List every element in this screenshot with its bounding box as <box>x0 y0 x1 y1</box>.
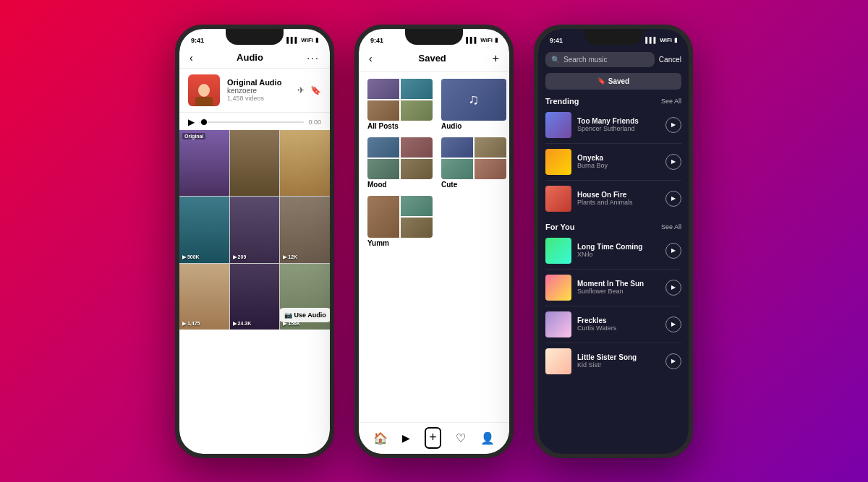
status-right-1: ▌▌▌ WiFi ▮ <box>286 37 318 43</box>
nav-home[interactable]: 🏠 <box>373 431 388 445</box>
yumm-collection[interactable]: Yumm <box>367 196 501 250</box>
cute-collection[interactable]: Cute <box>441 137 506 191</box>
play-btn-5[interactable]: ▶ <box>665 317 681 332</box>
video-cell-8[interactable]: ▶ 156K 📷 Use Audio <box>280 264 330 330</box>
music-icon: ♫ <box>469 91 480 108</box>
video-cell-1[interactable] <box>230 130 280 197</box>
music-artist-0: Spencer Sutherland <box>577 125 660 132</box>
all-posts-collection[interactable]: All Posts <box>367 79 433 133</box>
status-right-2: ▌▌▌ WiFi ▮ <box>466 37 498 43</box>
divider-5 <box>545 343 681 343</box>
divider-0 <box>545 143 681 144</box>
phone-music: 9:41 ▌▌▌ WiFi ▮ 🔍 Search music Cancel 🔖 … <box>534 25 693 458</box>
music-item-5[interactable]: Freckles Curtis Waters ▶ <box>538 308 689 341</box>
menu-btn-1[interactable]: ··· <box>307 52 320 64</box>
video-label-3: ▶ 508K <box>182 254 200 260</box>
nav-likes[interactable]: ♡ <box>456 431 466 445</box>
cute-item-2 <box>441 159 473 179</box>
search-icon: 🔍 <box>551 56 560 64</box>
audio-text: Original Audio kenzoere 1,458 videos <box>227 78 290 102</box>
collection-row-2: Yumm <box>367 196 501 250</box>
trending-see-all[interactable]: See All <box>661 98 681 105</box>
video-grid: Original ▶ 508K ▶ 209 ▶ 12K ▶ 1,475 ▶ 24… <box>179 130 330 330</box>
music-item-3[interactable]: Long Time Coming XNilo ▶ <box>538 234 689 267</box>
stack-item-2 <box>367 100 399 121</box>
share-icon[interactable]: ✈ <box>297 85 305 95</box>
play-btn-0[interactable]: ▶ <box>665 117 681 133</box>
search-placeholder: Search music <box>563 56 608 64</box>
use-audio-label: Use Audio <box>294 311 326 319</box>
save-icon[interactable]: 🔖 <box>310 85 321 95</box>
music-artist-3: XNilo <box>577 251 660 258</box>
video-cell-2[interactable] <box>280 130 330 197</box>
audio-info: Original Audio kenzoere 1,458 videos ✈ 🔖 <box>179 69 330 113</box>
music-item-0[interactable]: Too Many Friends Spencer Sutherland ▶ <box>538 108 689 142</box>
music-art-0 <box>545 112 571 138</box>
foryou-see-all[interactable]: See All <box>661 223 681 231</box>
music-text-6: Little Sister Song Kid Sistr <box>577 353 660 369</box>
cute-stack <box>441 137 506 179</box>
music-artist-6: Kid Sistr <box>577 361 660 369</box>
audio-name: Original Audio <box>227 78 290 87</box>
play-btn-2[interactable]: ▶ <box>665 191 681 207</box>
music-text-2: House On Fire Plants and Animals <box>577 191 660 206</box>
music-song-6: Little Sister Song <box>577 353 660 361</box>
collection-row-0: All Posts ♫ Audio <box>367 79 501 133</box>
video-cell-6[interactable]: ▶ 1,475 <box>179 264 229 330</box>
use-audio-button[interactable]: 📷 Use Audio <box>280 308 330 322</box>
cancel-button[interactable]: Cancel <box>659 56 681 64</box>
video-cell-5[interactable]: ▶ 12K <box>280 197 330 263</box>
progress-track[interactable] <box>199 121 304 123</box>
music-item-4[interactable]: Moment In The Sun Sunflower Bean ▶ <box>538 271 689 304</box>
phone-music-screen: 9:41 ▌▌▌ WiFi ▮ 🔍 Search music Cancel 🔖 … <box>538 29 689 454</box>
music-item-2[interactable]: House On Fire Plants and Animals ▶ <box>538 182 689 215</box>
nav-profile[interactable]: 👤 <box>480 431 495 445</box>
video-cell-4[interactable]: ▶ 209 <box>230 197 280 263</box>
play-btn-4[interactable]: ▶ <box>665 280 681 296</box>
back-btn-2[interactable]: ‹ <box>369 53 373 64</box>
battery-3: ▮ <box>674 37 677 43</box>
music-song-3: Long Time Coming <box>577 243 660 251</box>
video-cell-3[interactable]: ▶ 508K <box>179 197 229 263</box>
mood-item-1 <box>401 137 433 158</box>
time-1: 9:41 <box>191 37 204 44</box>
audio-collection[interactable]: ♫ Audio <box>441 79 506 133</box>
music-art-1 <box>545 149 571 175</box>
trending-header: Trending See All <box>538 92 689 108</box>
video-cell-7[interactable]: ▶ 24.3K <box>230 264 280 330</box>
time-label: 0:00 <box>308 119 321 126</box>
play-btn-3[interactable]: ▶ <box>665 243 681 259</box>
saved-tab-label: Saved <box>608 77 629 85</box>
play-btn-6[interactable]: ▶ <box>665 353 681 369</box>
all-posts-label: All Posts <box>367 122 433 130</box>
nav-add[interactable]: + <box>425 427 441 448</box>
nav-reels[interactable]: ▶ <box>402 432 410 444</box>
signal-1: ▌▌▌ <box>286 37 299 43</box>
saved-tab[interactable]: 🔖 Saved <box>545 73 681 90</box>
play-btn-1[interactable]: ▶ <box>665 154 681 170</box>
music-text-1: Onyeka Burna Boy <box>577 154 660 169</box>
cute-item-3 <box>475 159 506 179</box>
yumm-label: Yumm <box>367 239 501 247</box>
cute-item-1 <box>475 137 506 158</box>
mood-collection[interactable]: Mood <box>367 137 433 191</box>
search-box[interactable]: 🔍 Search music <box>545 52 655 67</box>
music-song-4: Moment In The Sun <box>577 280 660 288</box>
music-art-3 <box>545 238 571 264</box>
music-art-2 <box>545 186 571 212</box>
divider-3 <box>545 269 681 270</box>
audio-actions: ✈ 🔖 <box>297 85 321 95</box>
music-item-6[interactable]: Little Sister Song Kid Sistr ▶ <box>538 345 689 378</box>
add-btn-2[interactable]: + <box>493 52 499 65</box>
back-btn-1[interactable]: ‹ <box>190 52 193 64</box>
video-cell-0[interactable]: Original <box>179 130 229 197</box>
audio-thumb-img <box>188 74 220 106</box>
cute-item-0 <box>441 137 473 158</box>
audio-label: Audio <box>441 122 506 130</box>
svg-rect-1 <box>195 97 213 106</box>
music-song-2: House On Fire <box>577 191 660 199</box>
play-button[interactable]: ▶ <box>188 117 195 127</box>
saved-header: ‹ Saved + <box>359 49 509 72</box>
camera-icon: 📷 <box>284 311 292 319</box>
music-item-1[interactable]: Onyeka Burna Boy ▶ <box>538 145 689 178</box>
